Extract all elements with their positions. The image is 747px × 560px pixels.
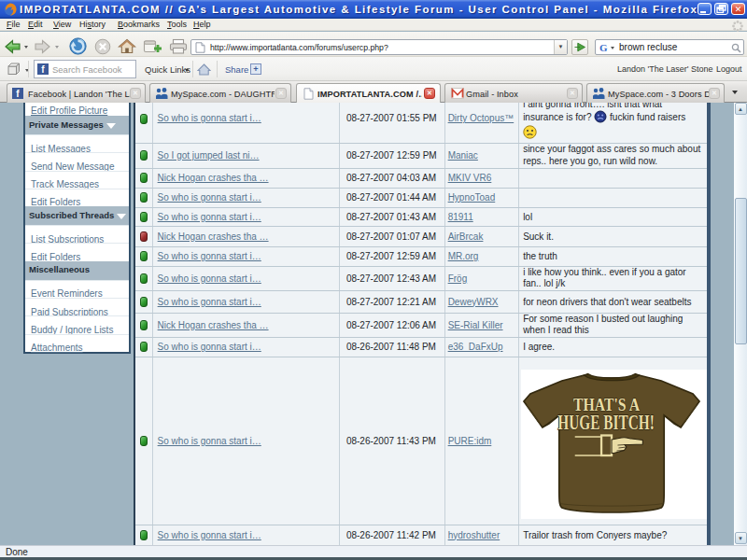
svg-text:HUGE BITCH!: HUGE BITCH! bbox=[557, 410, 654, 433]
